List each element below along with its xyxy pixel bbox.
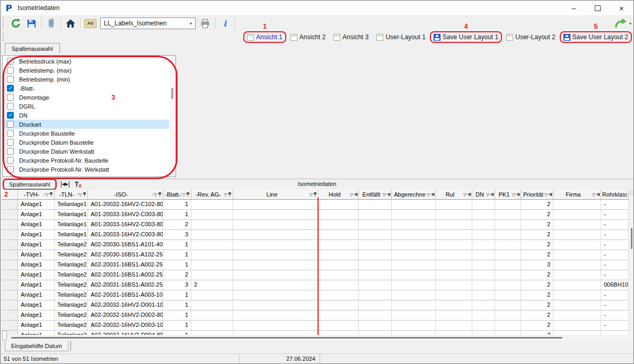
cell-pk1[interactable] — [495, 270, 521, 280]
cell-tln[interactable]: Teilanlage2 — [55, 240, 88, 250]
cell-iso[interactable]: A02-20030-16BS1-A101-40 — [88, 240, 163, 250]
sort-icon[interactable]: ∕ — [77, 192, 78, 197]
cell-rul[interactable] — [436, 290, 472, 300]
cell-pk1[interactable] — [495, 220, 521, 229]
cell-abgerechne[interactable] — [392, 220, 436, 229]
cell-prio[interactable]: 2 — [521, 250, 553, 260]
save-button[interactable] — [25, 17, 37, 29]
cell-line[interactable] — [233, 321, 319, 330]
column-header-hold[interactable]: Hold▽ — [319, 190, 359, 199]
cell-pk1[interactable] — [495, 230, 521, 239]
pin-icon[interactable] — [49, 192, 53, 197]
cell-revag[interactable] — [191, 210, 233, 219]
cell-rul[interactable] — [436, 230, 472, 239]
cell-firma[interactable] — [553, 300, 601, 310]
spaltenauswahl-button[interactable]: Spaltenauswahl — [4, 180, 56, 189]
cell-rohrklasse[interactable]: - — [601, 240, 629, 250]
pin-icon[interactable] — [489, 193, 495, 197]
cell-blatt[interactable]: 1 — [163, 200, 191, 209]
cell-iso[interactable]: A02-20030-16BS1-A102-25 — [88, 250, 163, 260]
cell-revag[interactable] — [191, 290, 233, 300]
cell-dn[interactable] — [472, 220, 495, 229]
cell-abgerechne[interactable] — [392, 210, 436, 219]
cell-firma[interactable] — [553, 240, 601, 250]
cell-revag[interactable] — [191, 270, 233, 280]
grid-hscroll-thumb[interactable] — [11, 337, 562, 339]
grid-vscroll-thumb[interactable] — [631, 228, 632, 249]
cell-abgerechne[interactable] — [392, 270, 436, 280]
cell-tln[interactable]: Teilanlage1 — [55, 220, 88, 229]
cell-tvh[interactable]: Anlage1 — [18, 220, 55, 229]
toolbar-grip[interactable] — [3, 17, 5, 29]
cell-tvh[interactable]: Anlage1 — [18, 290, 55, 300]
cell-prio[interactable]: 2 — [521, 230, 553, 239]
cell-firma[interactable] — [553, 290, 601, 300]
scrollbar-fragment[interactable] — [2, 331, 7, 340]
tab-spaltenauswahl[interactable]: Spaltenauswahl — [5, 43, 60, 54]
checkbox[interactable]: ✓ — [7, 94, 14, 101]
cell-hold[interactable] — [319, 210, 359, 219]
checkbox[interactable]: ✓ — [7, 166, 14, 173]
cell-blatt[interactable]: 1 — [163, 310, 191, 320]
cell-iso[interactable]: A01-20033-16HV2-C003-80 — [88, 230, 163, 239]
cell-dn[interactable] — [472, 260, 495, 270]
cell-iso[interactable]: A01-20032-16HV2-C102-80 — [88, 200, 163, 209]
tab-eingabehilfe-datum[interactable]: Eingabehilfe Datum — [5, 341, 68, 351]
pin-icon[interactable] — [386, 193, 391, 197]
cell-entfaellt[interactable] — [359, 300, 392, 310]
column-header-revag[interactable]: -Rev. AG-▽ — [191, 190, 233, 199]
checkbox[interactable]: ✓ — [7, 112, 14, 119]
cell-prio[interactable]: 2 — [521, 270, 553, 280]
cell-entfaellt[interactable] — [359, 280, 392, 290]
column-header-tvh[interactable]: -TVH-∕▽ — [18, 190, 55, 199]
cell-rul[interactable] — [436, 280, 472, 290]
cell-rul[interactable] — [436, 240, 472, 250]
chevron-down-icon[interactable]: ▾ — [629, 21, 631, 26]
cell-tln[interactable]: Teilanlage2 — [55, 331, 88, 335]
table-row[interactable]: Anlage1Teilanlage2A02-20032-16HV2-D004-8… — [2, 331, 629, 335]
cell-tln[interactable]: Teilanlage2 — [55, 310, 88, 320]
cell-revag[interactable] — [191, 200, 233, 209]
cell-tln[interactable]: Teilanlage2 — [55, 280, 88, 290]
cell-tvh[interactable]: Anlage1 — [18, 200, 55, 209]
column-option-row[interactable]: ✓ Druckprobe Protokoll-Nr. Werkstatt — [3, 165, 169, 174]
cell-iso[interactable]: A01-20033-16HV2-C003-80 — [88, 210, 163, 219]
cell-tln[interactable]: Teilanlage2 — [55, 321, 88, 330]
cell-iso[interactable]: A01-20033-16HV2-C003-80 — [88, 220, 163, 229]
view-button[interactable]: User-Layout 1 — [374, 32, 428, 42]
cell-iso[interactable]: A02-20031-16BS1-A002-25 — [88, 270, 163, 280]
cell-dn[interactable] — [472, 230, 495, 239]
column-header-entfaellt[interactable]: Entfällt▽ — [359, 190, 392, 199]
cell-abgerechne[interactable] — [392, 240, 436, 250]
cell-revag[interactable]: 2 — [191, 280, 233, 290]
cell-pk1[interactable] — [495, 321, 521, 330]
cell-tvh[interactable]: Anlage1 — [18, 260, 55, 270]
cell-entfaellt[interactable] — [359, 290, 392, 300]
sort-icon[interactable]: ∕ — [181, 192, 182, 197]
cell-tln[interactable]: Teilanlage2 — [55, 260, 88, 270]
cell-pk1[interactable] — [495, 260, 521, 270]
cell-pk1[interactable] — [495, 240, 521, 250]
table-row[interactable]: Anlage1Teilanlage1A01-20033-16HV2-C003-8… — [2, 230, 629, 240]
view-button[interactable]: Ansicht 2 — [288, 32, 328, 42]
cell-line[interactable] — [233, 290, 319, 300]
table-row[interactable]: Anlage1Teilanlage2A02-20030-16BS1-A101-4… — [2, 240, 629, 250]
pin-icon[interactable] — [353, 193, 358, 197]
cell-prio[interactable]: 2 — [521, 331, 553, 335]
column-option-row[interactable]: ✓ DN — [3, 111, 169, 120]
filter-icon[interactable]: ▽ — [310, 192, 313, 197]
chevron-down-icon[interactable]: ▾ — [187, 21, 195, 26]
filter-icon[interactable]: ▽ — [46, 192, 49, 197]
cell-tvh[interactable]: Anlage1 — [18, 310, 55, 320]
pin-icon[interactable] — [158, 192, 162, 197]
table-row[interactable]: Anlage1Teilanlage1A01-20032-16HV2-C102-8… — [2, 200, 629, 210]
cell-rul[interactable] — [436, 210, 472, 219]
info-button[interactable]: i — [219, 17, 231, 29]
cell-firma[interactable] — [553, 280, 601, 290]
cell-blatt[interactable]: 1 — [163, 300, 191, 310]
cell-abgerechne[interactable] — [392, 230, 436, 239]
attachment-button[interactable] — [45, 17, 57, 29]
cell-hold[interactable] — [319, 280, 359, 290]
cell-tln[interactable]: Teilanlage2 — [55, 270, 88, 280]
table-row[interactable]: Anlage1Teilanlage2A02-20031-16BS1-A002-2… — [2, 270, 629, 280]
